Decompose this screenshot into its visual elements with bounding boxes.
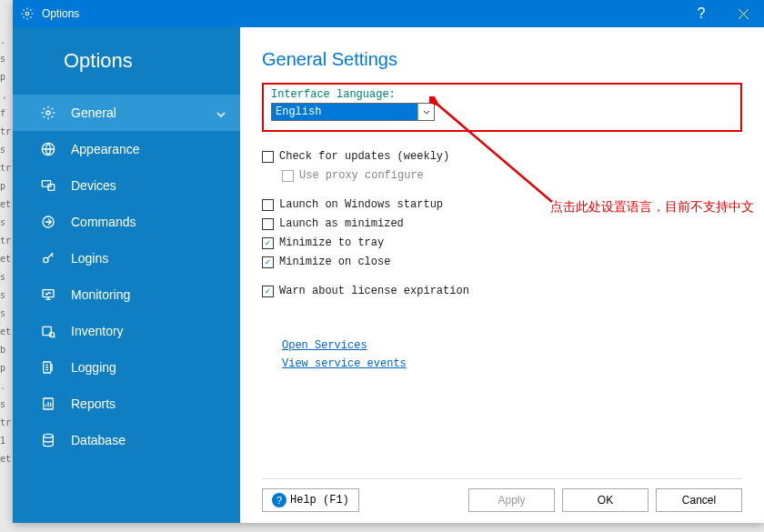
sidebar-item-logins[interactable]: Logins (13, 240, 240, 276)
checkbox-checked-icon: ✓ (262, 286, 274, 297)
checkbox-icon (262, 199, 274, 211)
check-license[interactable]: ✓ Warn about license expiration (262, 285, 742, 297)
svg-point-3 (46, 111, 50, 115)
globe-icon (40, 141, 56, 157)
sidebar-item-label: Devices (71, 178, 116, 193)
sidebar-item-label: Reports (71, 396, 116, 411)
sidebar-item-database[interactable]: Database (13, 422, 240, 458)
help-button[interactable]: ? Help (F1) (262, 488, 359, 512)
logging-icon (40, 359, 56, 376)
sidebar-item-devices[interactable]: Devices (13, 167, 240, 204)
annotation-text: 点击此处设置语言，目前不支持中文 (550, 198, 764, 216)
sidebar-item-label: Appearance (71, 142, 140, 156)
help-icon: ? (272, 493, 286, 507)
sidebar-item-monitoring[interactable]: Monitoring (13, 276, 240, 313)
database-icon (40, 432, 56, 448)
sidebar-item-commands[interactable]: Commands (13, 204, 240, 240)
inventory-icon (40, 323, 56, 339)
checkbox-icon (262, 218, 274, 230)
check-tray[interactable]: ✓ Minimize to tray (262, 236, 742, 249)
check-proxy: Use proxy configure (282, 169, 742, 182)
checkbox-icon (282, 170, 294, 182)
checkbox-checked-icon: ✓ (262, 237, 274, 249)
check-updates[interactable]: Check for updates (weekly) (262, 150, 742, 163)
sidebar-item-label: Database (71, 433, 126, 447)
cancel-button[interactable]: Cancel (656, 488, 742, 512)
key-icon (40, 250, 56, 266)
check-close[interactable]: ✓ Minimize on close (262, 256, 742, 268)
sidebar-title: Options (13, 27, 240, 95)
sidebar-item-label: Inventory (71, 324, 124, 338)
gear-icon (40, 105, 56, 121)
app-icon (20, 6, 35, 21)
apply-button[interactable]: Apply (468, 488, 555, 512)
check-label: Launch as minimized (279, 217, 404, 230)
background-partial-text: .sp，ftrstrpetstretsssetbp.str1et (0, 32, 13, 468)
check-label: Minimize to tray (279, 236, 384, 249)
check-minimized[interactable]: Launch as minimized (262, 217, 742, 230)
view-events-link[interactable]: View service events (282, 357, 742, 370)
sidebar-item-reports[interactable]: Reports (13, 386, 240, 422)
checkbox-checked-icon: ✓ (262, 256, 274, 268)
language-label: Interface language: (271, 88, 733, 101)
svg-point-14 (44, 434, 54, 437)
ok-button[interactable]: OK (562, 488, 648, 512)
sidebar-item-label: Logging (71, 360, 116, 375)
links-group: Open Services View service events (282, 339, 742, 370)
svg-point-8 (44, 257, 48, 262)
check-label: Check for updates (weekly) (279, 150, 449, 163)
checkbox-icon (262, 151, 274, 163)
sidebar: Options General Appearance Devices Comma… (13, 27, 240, 523)
check-label: Launch on Windows startup (279, 198, 443, 211)
help-titlebar-button[interactable]: ? (680, 0, 722, 27)
check-label: Use proxy configure (299, 169, 424, 182)
content-panel: General Settings Interface language: Eng… (240, 27, 764, 523)
open-services-link[interactable]: Open Services (282, 339, 742, 352)
sidebar-item-label: Monitoring (71, 287, 130, 302)
svg-point-0 (25, 12, 29, 15)
check-label: Minimize on close (279, 256, 390, 268)
devices-icon (40, 177, 56, 194)
language-highlight-box: Interface language: English (262, 83, 742, 132)
help-label: Help (F1) (290, 494, 349, 507)
monitor-icon (40, 286, 56, 303)
sidebar-item-label: Commands (71, 215, 136, 229)
sidebar-item-label: Logins (71, 251, 108, 266)
options-window: Options ? Options General Appearance Dev… (13, 0, 764, 523)
checkboxes-group-3: ✓ Warn about license expiration (262, 285, 742, 297)
language-value: English (272, 104, 417, 120)
language-select[interactable]: English (271, 103, 435, 121)
sidebar-item-inventory[interactable]: Inventory (13, 313, 240, 349)
footer: ? Help (F1) Apply OK Cancel (262, 478, 742, 512)
sidebar-item-logging[interactable]: Logging (13, 349, 240, 386)
chevron-down-icon (216, 105, 226, 120)
titlebar-title: Options (42, 7, 680, 20)
check-label: Warn about license expiration (279, 285, 469, 297)
checkboxes-group-1: Check for updates (weekly) Use proxy con… (262, 150, 742, 182)
sidebar-item-general[interactable]: General (13, 95, 240, 131)
sidebar-item-label: General (71, 105, 116, 120)
reports-icon (40, 396, 56, 412)
close-button[interactable] (722, 0, 764, 27)
titlebar: Options ? (13, 0, 764, 27)
dropdown-arrow-icon (417, 104, 434, 120)
commands-icon (40, 214, 56, 230)
page-title: General Settings (262, 49, 742, 70)
sidebar-item-appearance[interactable]: Appearance (13, 131, 240, 167)
